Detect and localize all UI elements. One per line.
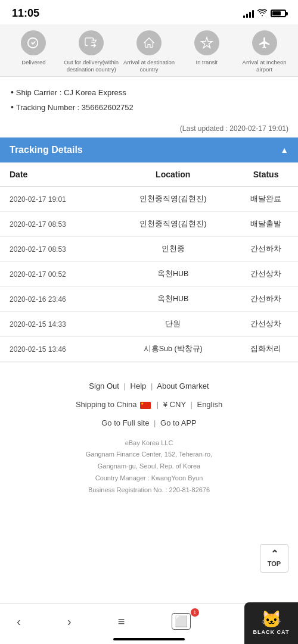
black-cat-text: BLACK CAT — [253, 629, 290, 635]
full-site-link[interactable]: Go to Full site — [101, 418, 149, 427]
english-link[interactable]: English — [197, 400, 222, 409]
cny-link[interactable]: ¥ CNY — [163, 400, 186, 409]
shipping-label: Shipping to China — [76, 400, 139, 409]
table-row: 2020-02-17 00:52 옥천HUB 간선상차 — [0, 262, 298, 287]
black-cat-badge[interactable]: 🐱 BLACK CAT — [244, 602, 298, 644]
table-row: 2020-02-16 23:46 옥천HUB 간선하차 — [0, 287, 298, 312]
last-updated: (Last updated : 2020-02-17 19:01) — [0, 121, 298, 137]
cell-date: 2020-02-17 00:52 — [0, 262, 112, 287]
cell-status: 배달완료 — [234, 187, 298, 212]
tab-badge[interactable]: ⬜ 1 — [167, 611, 195, 632]
forward-button[interactable]: › — [63, 612, 76, 631]
step-out-delivery-label: Out for delivery(within destination coun… — [63, 59, 120, 74]
china-flag — [140, 402, 151, 409]
sign-out-link[interactable]: Sign Out — [89, 382, 119, 390]
table-row: 2020-02-17 08:53 인천중 간선하차 — [0, 237, 298, 262]
cell-date: 2020-02-15 13:46 — [0, 337, 112, 362]
tab-icon: ⬜ — [172, 613, 191, 630]
cell-status: 간선상차 — [234, 312, 298, 337]
step-arrival-dest-label: Arrival at destination country — [120, 59, 178, 74]
col-location: Location — [112, 162, 234, 187]
cell-location: 시흥Sub (박창규) — [112, 337, 234, 362]
table-header-row: Date Location Status — [0, 162, 298, 187]
cell-status: 간선상차 — [234, 262, 298, 287]
top-label: TOP — [268, 560, 281, 567]
footer: Sign Out | Help | About Gmarket Shipping… — [0, 362, 298, 506]
battery-icon — [271, 10, 286, 17]
tracking-details-title: Tracking Details — [10, 145, 83, 155]
company-line4: Country Manager : KwangYoon Byun — [10, 473, 288, 484]
badge-count: 1 — [191, 608, 199, 617]
tracking-details-header[interactable]: Tracking Details ▲ — [0, 137, 298, 162]
status-bar: 11:05 — [0, 0, 298, 24]
company-line1: eBay Korea LLC — [10, 437, 288, 449]
step-delivered: Delivered — [5, 30, 63, 74]
back-button[interactable]: ‹ — [12, 612, 26, 631]
table-row: 2020-02-17 19:01 인천중직영(김현진) 배달완료 — [0, 187, 298, 212]
step-delivered-label: Delivered — [21, 59, 45, 66]
cell-status: 간선하차 — [234, 287, 298, 312]
cell-date: 2020-02-17 08:53 — [0, 212, 112, 237]
cell-location: 인천중 — [112, 237, 234, 262]
step-arrival-airport: Arrival at Incheon airport — [235, 30, 293, 74]
table-row: 2020-02-15 13:46 시흥Sub (박창규) 집화처리 — [0, 337, 298, 362]
footer-company: eBay Korea LLC Gangnam Finance Center, 1… — [10, 437, 288, 496]
cell-location: 인천중직영(김현진) — [112, 187, 234, 212]
wifi-icon — [257, 9, 267, 18]
tracking-table: Date Location Status 2020-02-17 19:01 인천… — [0, 162, 298, 362]
black-cat-icon: 🐱 — [261, 611, 282, 628]
cell-date: 2020-02-16 23:46 — [0, 287, 112, 312]
top-arrow-icon: ⌃ — [271, 549, 278, 559]
cell-status: 집화처리 — [234, 337, 298, 362]
footer-links-1: Sign Out | Help | About Gmarket — [10, 377, 288, 395]
cell-status: 간선하차 — [234, 237, 298, 262]
step-arrival-airport-label: Arrival at Incheon airport — [235, 59, 293, 74]
help-link[interactable]: Help — [131, 382, 147, 390]
tracking-steps: Delivered Out for delivery(within destin… — [0, 24, 298, 77]
step-in-transit-label: In transit — [196, 59, 218, 66]
status-time: 11:05 — [12, 7, 39, 20]
table-row: 2020-02-17 08:53 인천중직영(김현진) 배달출발 — [0, 212, 298, 237]
cell-location: 단원 — [112, 312, 234, 337]
tracking-number: Tracking Number : 356662602752 — [11, 100, 287, 115]
cell-status: 배달출발 — [234, 212, 298, 237]
company-line3: Gangnam-gu, Seoul, Rep. of Korea — [10, 461, 288, 473]
ship-info: Ship Carrier : CJ Korea Express Tracking… — [0, 77, 298, 121]
cell-date: 2020-02-17 08:53 — [0, 237, 112, 262]
menu-button[interactable]: ≡ — [113, 612, 130, 631]
cell-location: 옥천HUB — [112, 287, 234, 312]
footer-site-links: Go to Full site | Go to APP — [10, 414, 288, 432]
about-gmarket-link[interactable]: About Gmarket — [157, 382, 209, 390]
col-status: Status — [234, 162, 298, 187]
footer-shipping: Shipping to China | ¥ CNY | English — [10, 395, 288, 414]
status-icons — [243, 9, 286, 18]
top-button[interactable]: ⌃ TOP — [260, 544, 288, 573]
step-out-for-delivery: Out for delivery(within destination coun… — [63, 30, 120, 74]
step-arrival-destination: Arrival at destination country — [120, 30, 178, 74]
cell-date: 2020-02-17 19:01 — [0, 187, 112, 212]
tracking-details-arrow: ▲ — [280, 145, 288, 155]
go-to-app-link[interactable]: Go to APP — [160, 418, 197, 427]
home-indicator — [113, 638, 185, 640]
cell-location: 옥천HUB — [112, 262, 234, 287]
col-date: Date — [0, 162, 112, 187]
table-row: 2020-02-15 14:33 단원 간선상차 — [0, 312, 298, 337]
company-line5: Business Registration No. : 220-81-82676 — [10, 484, 288, 496]
ship-carrier: Ship Carrier : CJ Korea Express — [11, 85, 287, 100]
cell-location: 인천중직영(김현진) — [112, 212, 234, 237]
signal-icon — [243, 10, 254, 18]
step-in-transit: In transit — [178, 30, 235, 74]
cell-date: 2020-02-15 14:33 — [0, 312, 112, 337]
company-line2: Gangnam Finance Center, 152, Teheran-ro, — [10, 449, 288, 461]
